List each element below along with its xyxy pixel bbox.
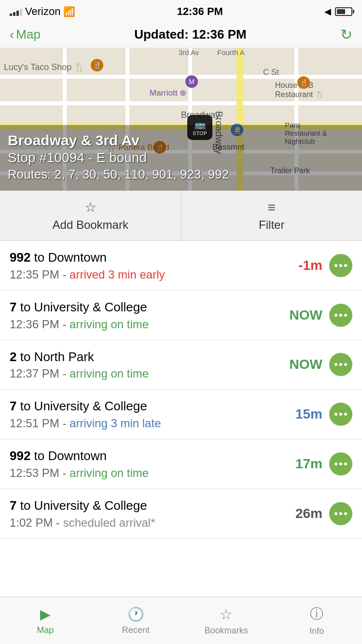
dot1-0: [334, 264, 337, 267]
bus-status-4: arriving on time: [70, 466, 149, 479]
bus-list-item[interactable]: 992 to Downtown 12:35 PM - arrived 3 min…: [0, 241, 362, 291]
bus-badge-1: NOW: [289, 308, 322, 323]
bus-info-0: 992 to Downtown 12:35 PM - arrived 3 min…: [10, 250, 289, 281]
back-arrow-icon: ‹: [10, 27, 14, 42]
recent-tab-icon: 🕐: [127, 606, 144, 622]
dot2-5: [339, 512, 342, 515]
bus-right-3: 15m: [289, 403, 352, 426]
signal-bar-3: [16, 11, 19, 16]
bookmark-icon: ☆: [84, 199, 97, 215]
bus-badge-4: 17m: [289, 456, 322, 472]
bus-time-2: 12:37 PM - arriving on time: [10, 367, 289, 380]
bus-time-5: 1:02 PM - scheduled arrival*: [10, 516, 289, 530]
action-buttons: ☆ Add Bookmark ≡ Filter: [0, 191, 362, 241]
bookmark-label: Add Bookmark: [53, 218, 128, 232]
more-dots-2: [334, 363, 347, 366]
dot3-2: [344, 363, 347, 366]
signal-bar-1: [10, 14, 12, 16]
map-overlay: Broadway & 3rd Av Stop #10094 - E bound …: [0, 125, 362, 191]
wifi-icon: 📶: [63, 6, 75, 17]
bus-info-1: 7 to University & College 12:36 PM - arr…: [10, 299, 289, 331]
refresh-button[interactable]: ↻: [340, 26, 352, 43]
bus-status-3: arriving 3 min late: [70, 417, 161, 430]
dot3-4: [344, 462, 347, 465]
more-dots-0: [334, 264, 347, 267]
status-right: ◀: [324, 6, 352, 17]
location-icon: ◀: [324, 6, 331, 17]
page-title: Updated: 12:36 PM: [134, 27, 247, 42]
status-bar: Verizon 📶 12:36 PM ◀: [0, 0, 362, 21]
status-time: 12:36 PM: [177, 5, 223, 18]
road-h2: [0, 101, 362, 105]
recent-tab-label: Recent: [122, 625, 150, 635]
bus-badge-5: 26m: [289, 506, 322, 521]
bus-number-4: 992: [10, 448, 30, 463]
bus-info-4: 992 to Downtown 12:53 PM - arriving on t…: [10, 448, 289, 480]
bus-list-item[interactable]: 992 to Downtown 12:53 PM - arriving on t…: [0, 439, 362, 489]
more-button-1[interactable]: [329, 304, 352, 327]
dot3-0: [344, 264, 347, 267]
poi-houseofb: 🍴: [297, 76, 310, 89]
filter-icon: ≡: [268, 200, 276, 215]
tab-spacer: [0, 539, 362, 586]
dot2-0: [339, 264, 342, 267]
bus-badge-2: NOW: [289, 357, 322, 372]
bus-info-5: 7 to University & College 1:02 PM - sche…: [10, 498, 289, 530]
bus-list-item[interactable]: 7 to University & College 12:36 PM - arr…: [0, 291, 362, 340]
bus-route-5: 7 to University & College: [10, 498, 289, 514]
bus-number-3: 7: [10, 399, 16, 413]
bus-number-2: 2: [10, 350, 16, 364]
more-button-0[interactable]: [329, 254, 352, 277]
tab-map[interactable]: ▶ Map: [0, 597, 91, 644]
dot1-2: [334, 363, 337, 366]
bookmarks-tab-label: Bookmarks: [205, 626, 248, 636]
more-dots-1: [334, 314, 347, 317]
back-button[interactable]: ‹ Map: [10, 27, 41, 42]
bus-number-5: 7: [10, 498, 16, 513]
bus-right-5: 26m: [289, 502, 352, 525]
more-button-4[interactable]: [329, 452, 352, 476]
bus-route-1: 7 to University & College: [10, 299, 289, 316]
bus-list-item[interactable]: 7 to University & College 12:51 PM - arr…: [0, 390, 362, 439]
tab-bar: ▶ Map 🕐 Recent ☆ Bookmarks ⓘ Info: [0, 597, 362, 644]
more-button-2[interactable]: [329, 353, 352, 376]
nav-bar: ‹ Map Updated: 12:36 PM ↻: [0, 21, 362, 48]
tab-recent[interactable]: 🕐 Recent: [91, 597, 181, 644]
bus-status-1: arriving on time: [70, 318, 149, 331]
dot2-1: [339, 314, 342, 317]
dot2-2: [339, 363, 342, 366]
more-dots-3: [334, 413, 347, 416]
more-dots-4: [334, 462, 347, 465]
tab-bookmarks[interactable]: ☆ Bookmarks: [181, 597, 272, 644]
dot1-5: [334, 512, 337, 515]
filter-button[interactable]: ≡ Filter: [181, 191, 362, 240]
more-button-3[interactable]: [329, 403, 352, 426]
bus-list-item[interactable]: 7 to University & College 1:02 PM - sche…: [0, 489, 362, 539]
bus-badge-0: -1m: [289, 258, 322, 273]
add-bookmark-button[interactable]: ☆ Add Bookmark: [0, 191, 181, 240]
bus-route-0: 992 to Downtown: [10, 250, 289, 266]
dot3-3: [344, 413, 347, 416]
dot3-1: [344, 314, 347, 317]
stop-name: Broadway & 3rd Av: [8, 132, 354, 149]
dot1-1: [334, 314, 337, 317]
poi-taco: 🍴: [91, 59, 103, 71]
cst-label: C St: [263, 68, 279, 77]
fourth-av-label: Fourth A: [217, 48, 245, 56]
tab-info[interactable]: ⓘ Info: [272, 597, 362, 644]
bus-badge-3: 15m: [289, 406, 322, 422]
info-tab-icon: ⓘ: [310, 605, 323, 623]
stop-routes: Routes: 2, 7, 30, 50, 110, 901, 923, 992: [8, 167, 354, 183]
bus-right-0: -1m: [289, 254, 352, 277]
status-left: Verizon 📶: [10, 5, 75, 18]
more-dots-5: [334, 512, 347, 515]
bookmarks-tab-icon: ☆: [220, 606, 233, 623]
more-button-5[interactable]: [329, 502, 352, 525]
poi-marriott: M: [185, 75, 198, 88]
bus-list-item[interactable]: 2 to North Park 12:37 PM - arriving on t…: [0, 340, 362, 390]
bus-right-1: NOW: [289, 304, 352, 327]
bus-number-0: 992: [10, 250, 30, 265]
map-view[interactable]: Broadway Lucy's Taco Shop 🍴 Marriott ⊕ B…: [0, 48, 362, 191]
map-tab-icon: ▶: [40, 606, 51, 622]
taco-shop-label: Lucy's Taco Shop 🍴: [4, 62, 84, 72]
